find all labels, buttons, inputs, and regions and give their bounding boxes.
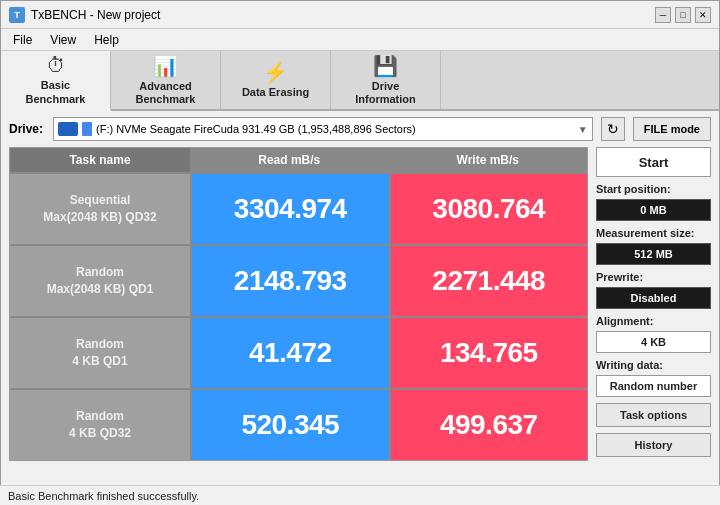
alignment-label: Alignment: — [596, 315, 711, 327]
start-position-label: Start position: — [596, 183, 711, 195]
maximize-button[interactable]: □ — [675, 7, 691, 23]
main-content: Drive: (F:) NVMe Seagate FireCuda 931.49… — [1, 111, 719, 484]
drive-label: Drive: — [9, 122, 45, 136]
tab-drive-information[interactable]: 💾 DriveInformation — [331, 51, 441, 109]
data-erasing-icon: ⚡ — [263, 60, 288, 84]
window-title: TxBENCH - New project — [31, 8, 160, 22]
row4-write: 499.637 — [389, 390, 588, 460]
tab-drive-label: DriveInformation — [355, 80, 416, 106]
drive-value: (F:) NVMe Seagate FireCuda 931.49 GB (1,… — [96, 123, 416, 135]
tab-advanced-benchmark[interactable]: 📊 AdvancedBenchmark — [111, 51, 221, 109]
minimize-button[interactable]: ─ — [655, 7, 671, 23]
row2-read: 2148.793 — [190, 246, 389, 316]
alignment-value: 4 KB — [596, 331, 711, 353]
row1-write: 3080.764 — [389, 174, 588, 244]
tab-data-erasing[interactable]: ⚡ Data Erasing — [221, 51, 331, 109]
row1-read: 3304.974 — [190, 174, 389, 244]
file-mode-button[interactable]: FILE mode — [633, 117, 711, 141]
title-bar: T TxBENCH - New project ─ □ ✕ — [1, 1, 719, 29]
status-bar: Basic Benchmark finished successfully. — [0, 485, 720, 505]
measurement-size-label: Measurement size: — [596, 227, 711, 239]
refresh-button[interactable]: ↻ — [601, 117, 625, 141]
row4-read: 520.345 — [190, 390, 389, 460]
table-row: SequentialMax(2048 KB) QD32 3304.974 308… — [10, 172, 587, 244]
drive-info-icon: 💾 — [373, 54, 398, 78]
table-row: Random4 KB QD1 41.472 134.765 — [10, 316, 587, 388]
row4-label: Random4 KB QD32 — [10, 390, 190, 460]
menu-bar: File View Help — [1, 29, 719, 51]
row3-label: Random4 KB QD1 — [10, 318, 190, 388]
tab-basic-label: BasicBenchmark — [26, 79, 86, 105]
benchmark-table: Task name Read mB/s Write mB/s Sequentia… — [9, 147, 588, 461]
row3-read: 41.472 — [190, 318, 389, 388]
drive-bar: Drive: (F:) NVMe Seagate FireCuda 931.49… — [9, 117, 711, 141]
basic-benchmark-icon: ⏱ — [46, 54, 66, 77]
row1-label: SequentialMax(2048 KB) QD32 — [10, 174, 190, 244]
advanced-benchmark-icon: 📊 — [153, 54, 178, 78]
writing-data-value: Random number — [596, 375, 711, 397]
start-button[interactable]: Start — [596, 147, 711, 177]
prewrite-label: Prewrite: — [596, 271, 711, 283]
close-button[interactable]: ✕ — [695, 7, 711, 23]
tab-bar: ⏱ BasicBenchmark 📊 AdvancedBenchmark ⚡ D… — [1, 51, 719, 111]
header-write: Write mB/s — [389, 148, 588, 172]
writing-data-label: Writing data: — [596, 359, 711, 371]
start-position-value: 0 MB — [596, 199, 711, 221]
header-task: Task name — [10, 148, 190, 172]
task-options-button[interactable]: Task options — [596, 403, 711, 427]
table-row: RandomMax(2048 KB) QD1 2148.793 2271.448 — [10, 244, 587, 316]
tab-erasing-label: Data Erasing — [242, 86, 309, 99]
prewrite-value: Disabled — [596, 287, 711, 309]
dropdown-arrow-icon: ▼ — [578, 124, 588, 135]
tab-basic-benchmark[interactable]: ⏱ BasicBenchmark — [1, 51, 111, 111]
tab-advanced-label: AdvancedBenchmark — [136, 80, 196, 106]
row2-write: 2271.448 — [389, 246, 588, 316]
row2-label: RandomMax(2048 KB) QD1 — [10, 246, 190, 316]
drive-icon-small — [82, 122, 92, 136]
right-panel: Start Start position: 0 MB Measurement s… — [596, 147, 711, 461]
status-text: Basic Benchmark finished successfully. — [8, 490, 199, 502]
menu-file[interactable]: File — [5, 31, 40, 49]
table-row: Random4 KB QD32 520.345 499.637 — [10, 388, 587, 460]
menu-view[interactable]: View — [42, 31, 84, 49]
row3-label-text: Random4 KB QD1 — [72, 336, 127, 370]
row2-label-text: RandomMax(2048 KB) QD1 — [47, 264, 154, 298]
bench-area: Task name Read mB/s Write mB/s Sequentia… — [9, 147, 711, 461]
row1-label-text: SequentialMax(2048 KB) QD32 — [43, 192, 156, 226]
table-header: Task name Read mB/s Write mB/s — [10, 148, 587, 172]
title-bar-left: T TxBENCH - New project — [9, 7, 160, 23]
row4-label-text: Random4 KB QD32 — [69, 408, 131, 442]
window-controls: ─ □ ✕ — [655, 7, 711, 23]
drive-select[interactable]: (F:) NVMe Seagate FireCuda 931.49 GB (1,… — [53, 117, 593, 141]
drive-icon-blue — [58, 122, 78, 136]
menu-help[interactable]: Help — [86, 31, 127, 49]
header-read: Read mB/s — [190, 148, 389, 172]
app-icon: T — [9, 7, 25, 23]
drive-select-inner: (F:) NVMe Seagate FireCuda 931.49 GB (1,… — [58, 122, 416, 136]
row3-write: 134.765 — [389, 318, 588, 388]
measurement-size-value: 512 MB — [596, 243, 711, 265]
history-button[interactable]: History — [596, 433, 711, 457]
